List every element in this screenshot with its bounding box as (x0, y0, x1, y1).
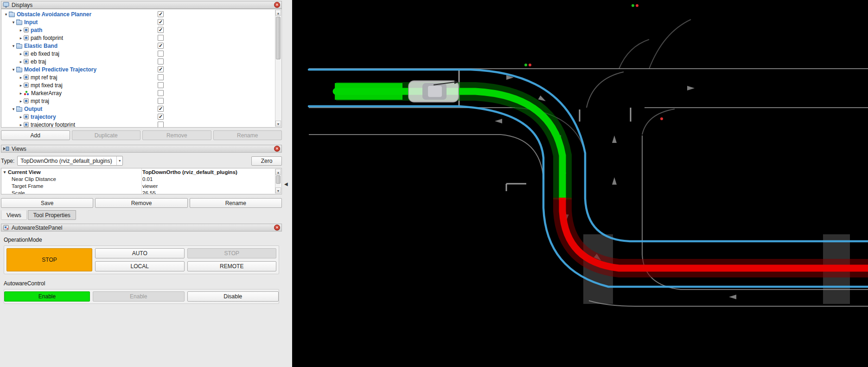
display-name[interactable]: Input (24, 19, 38, 26)
display-checkbox[interactable] (158, 82, 164, 88)
zero-button[interactable]: Zero (251, 156, 282, 166)
display-checkbox[interactable] (158, 74, 164, 80)
autoware-state-panel-titlebar[interactable]: AutowareStatePanel ✕ (1, 224, 282, 232)
display-checkbox[interactable]: ✓ (158, 27, 164, 33)
chevron-down-icon[interactable]: ▾ (116, 156, 121, 165)
display-name[interactable]: mpt traj (31, 98, 49, 104)
display-name[interactable]: trajectory footprint (31, 122, 75, 128)
display-name[interactable]: eb traj (31, 58, 46, 65)
close-icon[interactable]: ✕ (274, 146, 280, 152)
table-column-divider (141, 168, 142, 194)
expander-expanded-icon[interactable]: ▾ (11, 20, 16, 25)
display-name[interactable]: mpt fixed traj (31, 82, 63, 89)
expander-collapsed-icon[interactable]: ▸ (18, 52, 24, 56)
expander-expanded-icon[interactable]: ▾ (1, 170, 8, 174)
expander-collapsed-icon[interactable]: ▸ (18, 59, 24, 64)
expander-expanded-icon[interactable]: ▾ (11, 67, 16, 72)
tree-row[interactable]: ▸mpt traj (1, 97, 281, 105)
expander-collapsed-icon[interactable]: ▸ (18, 99, 24, 103)
expander-collapsed-icon[interactable]: ▸ (18, 83, 24, 88)
tree-row[interactable]: ▾Output✓ (1, 105, 281, 113)
tab-tool-properties[interactable]: Tool Properties (28, 210, 76, 220)
tree-row[interactable]: ▸trajectory footprint (1, 121, 281, 128)
display-checkbox[interactable] (158, 90, 164, 96)
expander-expanded-icon[interactable]: ▾ (11, 107, 16, 111)
display-name[interactable]: mpt ref traj (31, 74, 57, 81)
tree-row[interactable]: ▾Model Predictive Trajectory✓ (1, 65, 281, 73)
display-name[interactable]: eb fixed traj (31, 51, 59, 57)
property-value[interactable]: viewer (140, 183, 158, 189)
display-name[interactable]: Obstacle Avoidance Planner (17, 11, 91, 18)
views-panel-titlebar[interactable]: Views ✕ (1, 145, 282, 153)
display-checkbox[interactable] (158, 35, 164, 41)
displays-panel-titlebar[interactable]: Displays ✕ (1, 1, 282, 9)
display-checkbox[interactable]: ✓ (158, 106, 164, 112)
tree-row[interactable]: ▸MarkerArray (1, 89, 281, 97)
expander-collapsed-icon[interactable]: ▸ (18, 91, 24, 96)
display-checkbox[interactable]: ✓ (158, 11, 164, 17)
tree-row[interactable]: ▸mpt fixed traj (1, 81, 281, 89)
close-icon[interactable]: ✕ (274, 2, 280, 8)
3d-viewport[interactable] (292, 0, 868, 367)
display-name[interactable]: path footprint (31, 35, 63, 41)
view-type-combobox[interactable]: TopDownOrtho (rviz_default_plugins) ▾ (17, 156, 123, 166)
tab-views[interactable]: Views (1, 210, 27, 220)
expander-expanded-icon[interactable]: ▾ (11, 44, 16, 48)
views-rename-button[interactable]: Rename (190, 198, 282, 208)
expander-collapsed-icon[interactable]: ▸ (18, 28, 24, 32)
display-name[interactable]: path (31, 27, 42, 33)
views-save-button[interactable]: Save (1, 198, 93, 208)
display-checkbox[interactable] (158, 51, 164, 57)
views-remove-button[interactable]: Remove (95, 198, 187, 208)
remote-button[interactable]: REMOTE (187, 261, 277, 271)
display-name[interactable]: Model Predictive Trajectory (24, 66, 96, 73)
display-checkbox[interactable]: ✓ (158, 114, 164, 120)
display-checkbox[interactable] (158, 58, 164, 64)
property-value[interactable]: 0.01 (140, 176, 153, 182)
view-table-scrollbar[interactable]: ▲ ▼ (275, 169, 281, 193)
tree-row[interactable]: ▾Elastic Band✓ (1, 42, 281, 50)
display-name[interactable]: MarkerArray (31, 90, 62, 97)
displays-remove-button: Remove (142, 130, 211, 140)
scroll-up-icon[interactable]: ▲ (275, 10, 281, 16)
displays-tree-scrollbar[interactable]: ▲ ▼ (275, 10, 281, 127)
tree-row[interactable]: ▸mpt ref traj (1, 73, 281, 81)
property-value[interactable]: TopDownOrtho (rviz_default_plugins) (140, 169, 237, 175)
expander-expanded-icon[interactable]: ▾ (3, 12, 9, 17)
scroll-down-icon[interactable]: ▼ (275, 187, 281, 193)
display-name[interactable]: trajectory (31, 114, 56, 120)
expander-collapsed-icon[interactable]: ▸ (18, 36, 24, 40)
displays-tree[interactable]: ▾Obstacle Avoidance Planner✓▾Input✓▸path… (1, 9, 282, 128)
tree-row[interactable]: ▸eb fixed traj (1, 50, 281, 58)
expander-collapsed-icon[interactable]: ▸ (18, 115, 24, 119)
tree-row[interactable]: ▸eb traj (1, 58, 281, 65)
display-name[interactable]: Elastic Band (24, 43, 57, 49)
scrollbar-handle[interactable] (276, 175, 281, 184)
display-checkbox[interactable] (158, 122, 164, 128)
current-view-table[interactable]: ▾Current ViewTopDownOrtho (rviz_default_… (1, 168, 282, 194)
scrollbar-handle[interactable] (276, 17, 281, 59)
displays-add-button[interactable]: Add (1, 130, 70, 140)
operation-mode-stop-indicator[interactable]: STOP (6, 248, 92, 271)
tree-row[interactable]: ▸path✓ (1, 26, 281, 34)
tree-row[interactable]: ▾Obstacle Avoidance Planner✓ (1, 10, 281, 18)
tree-row[interactable]: ▸path footprint (1, 34, 281, 42)
tree-row[interactable]: ▸trajectory✓ (1, 113, 281, 121)
scroll-up-icon[interactable]: ▲ (275, 169, 281, 175)
display-checkbox[interactable]: ✓ (158, 43, 164, 49)
local-button[interactable]: LOCAL (95, 261, 185, 271)
display-checkbox[interactable]: ✓ (158, 19, 164, 25)
display-name[interactable]: Output (24, 106, 42, 112)
expander-collapsed-icon[interactable]: ▸ (18, 75, 24, 80)
panel-collapse-arrow-icon[interactable]: ◀ (284, 181, 288, 187)
close-icon[interactable]: ✕ (274, 225, 280, 231)
display-checkbox[interactable]: ✓ (158, 66, 164, 72)
control-enable-indicator[interactable]: Enable (4, 291, 90, 302)
auto-button[interactable]: AUTO (95, 248, 185, 258)
display-checkbox[interactable] (158, 98, 164, 104)
scroll-down-icon[interactable]: ▼ (275, 121, 281, 127)
tree-row[interactable]: ▾Input✓ (1, 18, 281, 26)
property-value[interactable]: 26.55 (140, 190, 156, 195)
expander-collapsed-icon[interactable]: ▸ (18, 122, 24, 127)
disable-button[interactable]: Disable (187, 291, 279, 302)
